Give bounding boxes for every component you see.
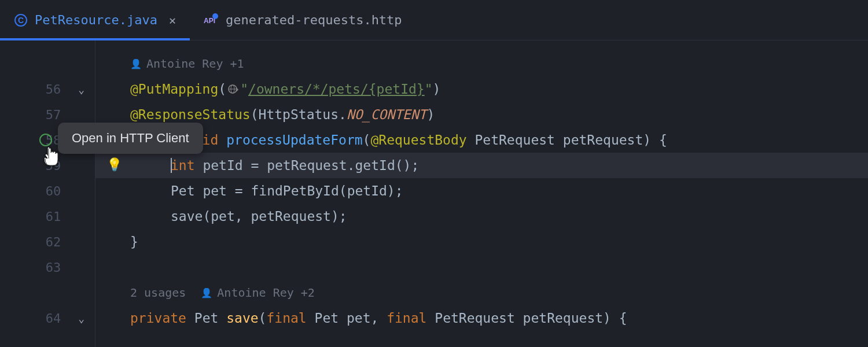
gutter-line[interactable]: 60 ⌄ [0,178,95,204]
svg-point-3 [212,13,218,19]
line-number: 56 [38,82,61,97]
gutter-tooltip[interactable]: Open in HTTP Client [58,123,203,154]
user-icon: 👤 [201,287,212,298]
code-line[interactable]: save(pet, petRequest); [95,204,868,229]
gutter-line[interactable]: 63 ⌄ [0,254,95,280]
code-line[interactable]: @ResponseStatus(HttpStatus.NO_CONTENT) [95,102,868,127]
inlay-usages-hint[interactable]: 2 usages 👤 Antoine Rey +2 [95,280,868,305]
code-line[interactable]: Pet pet = findPetById(petId); [95,178,868,204]
tab-generated-requests[interactable]: API generated-requests.http [190,0,416,40]
close-icon[interactable]: ✕ [169,13,176,27]
gutter-line[interactable]: 61 ⌄ [0,204,95,229]
code-line-blank[interactable] [95,254,868,280]
editor: 56 ⌄ 57 ⌄ 58 ⌄ 59 ⌄ 60 ⌄ 61 ⌄ 62 ⌄ 63 [0,40,868,347]
globe-icon[interactable] [227,83,239,95]
inlay-usages: 2 usages [130,286,186,300]
gutter-line[interactable]: 56 ⌄ [0,76,95,102]
class-icon: C [14,13,28,27]
user-icon: 👤 [130,58,142,69]
tab-label: generated-requests.http [226,13,402,27]
gutter-line-inlay [0,280,95,305]
code-line-current[interactable]: int petId = petRequest.getId(); [95,153,868,178]
inlay-author: Antoine Rey +1 [146,57,244,71]
line-number: 61 [38,209,61,224]
tab-bar: C PetResource.java ✕ API generated-reque… [0,0,868,40]
code-line[interactable]: @PutMapping("/owners/*/pets/{petId}") [95,76,868,102]
line-number: 64 [38,311,61,326]
tab-petresource[interactable]: C PetResource.java ✕ [0,0,190,40]
gutter-line[interactable]: 64 ⌄ [0,305,95,331]
line-number: 57 [38,108,61,122]
run-gutter-icon[interactable] [39,134,52,146]
chevron-down-icon[interactable]: ⌄ [78,312,84,324]
intention-bulb-icon[interactable]: 💡 [106,157,122,172]
line-number: 60 [38,184,61,198]
line-number: 62 [38,235,61,249]
chevron-down-icon[interactable]: ⌄ [78,83,84,95]
code-line[interactable]: } [95,229,868,254]
gutter-line[interactable]: 62 ⌄ [0,229,95,254]
inlay-author-hint[interactable]: 👤 Antoine Rey +1 [95,51,868,76]
line-number: 63 [38,260,61,275]
mouse-cursor-icon [43,147,60,171]
code-line[interactable]: private Pet save(final Pet pet, final Pe… [95,305,868,331]
api-icon: API [204,13,219,28]
inlay-author: Antoine Rey +2 [217,286,315,300]
code-line[interactable]: public void processUpdateForm(@RequestBo… [95,127,868,153]
tooltip-text: Open in HTTP Client [72,131,189,145]
gutter: 56 ⌄ 57 ⌄ 58 ⌄ 59 ⌄ 60 ⌄ 61 ⌄ 62 ⌄ 63 [0,40,95,347]
tab-label: PetResource.java [35,13,157,27]
svg-text:C: C [18,16,24,25]
code-area[interactable]: 💡 👤 Antoine Rey +1 @PutMapping("/owners/… [95,40,868,347]
